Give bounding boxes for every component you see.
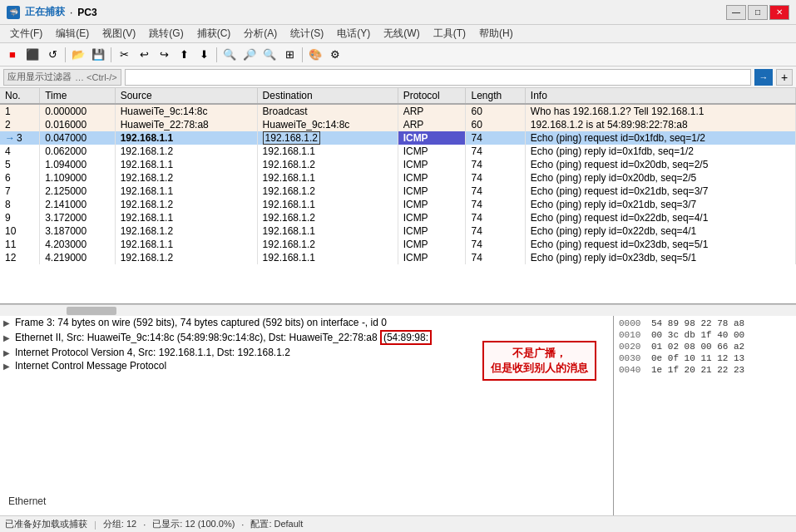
- minimize-button[interactable]: —: [726, 5, 746, 20]
- expand-icon-frame: ▶: [3, 318, 12, 328]
- menu-phone[interactable]: 电话(Y): [330, 25, 377, 42]
- toolbar-sep-1: [65, 47, 66, 62]
- close-button[interactable]: ✕: [769, 5, 789, 20]
- table-header-row: No. Time Source Destination Protocol Len…: [0, 88, 796, 104]
- filter-label: 应用显示过滤器 … <Ctrl-/>: [3, 69, 121, 86]
- detail-text-frame: Frame 3: 74 bytes on wire (592 bits), 74…: [15, 317, 610, 328]
- table-row[interactable]: 82.141000192.168.1.2192.168.1.1ICMP74Ech…: [0, 198, 796, 211]
- reload-button[interactable]: ↩: [135, 46, 153, 64]
- detail-row-frame[interactable]: ▶ Frame 3: 74 bytes on wire (592 bits), …: [0, 316, 613, 329]
- close-button-tb[interactable]: ✂: [115, 46, 133, 64]
- menu-view[interactable]: 视图(V): [96, 25, 142, 42]
- packet-detail-panel: ▶ Frame 3: 74 bytes on wire (592 bits), …: [0, 316, 613, 515]
- hex-bytes: 00 3c db 1f 40 00: [651, 330, 791, 340]
- ethernet-label: Ethernet: [8, 495, 46, 507]
- table-row[interactable]: 93.172000192.168.1.1192.168.1.2ICMP74Ech…: [0, 211, 796, 224]
- menu-file[interactable]: 文件(F): [3, 25, 49, 42]
- hex-bytes: 01 02 08 00 66 a2: [651, 342, 791, 352]
- zoom-out-button[interactable]: 🔍: [260, 46, 279, 64]
- menu-jump[interactable]: 跳转(G): [142, 25, 190, 42]
- hscroll-thumb[interactable]: [67, 307, 116, 315]
- table-row[interactable]: 114.203000192.168.1.1192.168.1.2ICMP74Ec…: [0, 238, 796, 251]
- hex-offset: 0020: [619, 342, 648, 352]
- toolbar: ■ ⬛ ↺ 📂 💾 ✂ ↩ ↪ ⬆ ⬇ 🔍 🔎 🔍 ⊞ 🎨 ⚙: [0, 43, 796, 66]
- zoom-in-button[interactable]: 🔎: [240, 46, 259, 64]
- title-dash: ·: [70, 7, 72, 18]
- open-file-button[interactable]: 📂: [69, 46, 87, 64]
- colorize-button[interactable]: 🎨: [306, 46, 324, 64]
- hex-view-panel: 000054 89 98 22 78 a8001000 3c db 1f 40 …: [613, 316, 796, 515]
- status-profile: 配置: Default: [250, 518, 303, 530]
- up-button[interactable]: ⬆: [175, 46, 193, 64]
- ethernet-highlight: (54:89:98:: [380, 330, 432, 345]
- filter-bar: 应用显示过滤器 … <Ctrl-/> → +: [0, 66, 796, 88]
- window-title: PC3: [77, 7, 96, 18]
- hex-offset: 0030: [619, 353, 648, 363]
- col-length: Length: [466, 88, 525, 104]
- status-ready: 已准备好加载或捕获: [5, 518, 87, 530]
- hex-row: 00401e 1f 20 21 22 23: [617, 364, 793, 376]
- table-row[interactable]: 20.016000HuaweiTe_22:78:a8HuaweiTe_9c:14…: [0, 118, 796, 131]
- menu-stats[interactable]: 统计(S): [284, 25, 330, 42]
- down-button[interactable]: ⬇: [195, 46, 213, 64]
- table-row[interactable]: 124.219000192.168.1.2192.168.1.1ICMP74Ec…: [0, 251, 796, 264]
- filter-add-button[interactable]: +: [776, 69, 793, 86]
- filter-input[interactable]: [125, 69, 751, 86]
- stop-capture-button[interactable]: ⬛: [23, 46, 42, 64]
- col-source: Source: [115, 88, 257, 104]
- menu-wireless[interactable]: 无线(W): [377, 25, 426, 42]
- reload2-button[interactable]: ↪: [155, 46, 173, 64]
- restart-capture-button[interactable]: ↺: [43, 46, 62, 64]
- hex-bytes: 0e 0f 10 11 12 13: [651, 353, 791, 363]
- table-row[interactable]: 103.187000192.168.1.2192.168.1.1ICMP74Ec…: [0, 224, 796, 238]
- title-bar: 🦈 正在捕获 · PC3 — □ ✕: [0, 0, 796, 25]
- hex-row: 002001 02 08 00 66 a2: [617, 341, 793, 352]
- table-row[interactable]: 51.094000192.168.1.1192.168.1.2ICMP74Ech…: [0, 158, 796, 171]
- prefs-button[interactable]: ⚙: [326, 46, 344, 64]
- table-row[interactable]: →30.047000192.168.1.1192.168.1.2ICMP74Ec…: [0, 131, 796, 145]
- filter-apply-button[interactable]: →: [754, 69, 773, 86]
- packet-list: No. Time Source Destination Protocol Len…: [0, 88, 796, 304]
- col-info: Info: [525, 88, 795, 104]
- status-groups: 分组: 12: [103, 518, 136, 530]
- expand-icon-icmp: ▶: [3, 362, 12, 371]
- expand-icon-ip: ▶: [3, 348, 12, 357]
- table-row[interactable]: 10.000000HuaweiTe_9c:14:8cBroadcastARP60…: [0, 104, 796, 118]
- hex-row: 00300e 0f 10 11 12 13: [617, 352, 793, 364]
- col-destination: Destination: [257, 88, 398, 104]
- menu-analyze[interactable]: 分析(A): [237, 25, 284, 42]
- hex-offset: 0000: [619, 318, 648, 328]
- toolbar-sep-2: [111, 47, 111, 62]
- menu-bar: 文件(F) 编辑(E) 视图(V) 跳转(G) 捕获(C) 分析(A) 统计(S…: [0, 25, 796, 43]
- save-file-button[interactable]: 💾: [89, 46, 107, 64]
- hex-offset: 0010: [619, 330, 648, 340]
- toolbar-sep-3: [216, 47, 217, 62]
- expand-icon-ethernet: ▶: [3, 333, 12, 342]
- hex-row: 000054 89 98 22 78 a8: [617, 318, 793, 329]
- annotation-box: 不是广播， 但是收到别人的消息: [482, 341, 596, 381]
- maximize-button[interactable]: □: [748, 5, 768, 20]
- packet-table: No. Time Source Destination Protocol Len…: [0, 88, 796, 264]
- app-icon: 🦈: [7, 6, 20, 19]
- hex-bytes: 1e 1f 20 21 22 23: [651, 365, 791, 375]
- zoom-fit-button[interactable]: ⊞: [280, 46, 299, 64]
- status-bar: 已准备好加载或捕获 | 分组: 12 · 已显示: 12 (100.0%) · …: [0, 515, 796, 532]
- table-row[interactable]: 72.125000192.168.1.1192.168.1.2ICMP74Ech…: [0, 185, 796, 198]
- hex-row: 001000 3c db 1f 40 00: [617, 329, 793, 341]
- status-displayed: 已显示: 12 (100.0%): [152, 518, 235, 530]
- hex-offset: 0040: [619, 365, 648, 375]
- table-row[interactable]: 40.062000192.168.1.2192.168.1.1ICMP74Ech…: [0, 145, 796, 158]
- menu-edit[interactable]: 编辑(E): [49, 25, 96, 42]
- menu-capture[interactable]: 捕获(C): [190, 25, 238, 42]
- bottom-area: ▶ Frame 3: 74 bytes on wire (592 bits), …: [0, 316, 796, 515]
- status-dot-1: ·: [143, 520, 146, 530]
- packet-list-hscroll[interactable]: [0, 304, 796, 316]
- menu-help[interactable]: 帮助(H): [472, 25, 520, 42]
- search-button[interactable]: 🔍: [220, 46, 239, 64]
- start-capture-button[interactable]: ■: [3, 46, 22, 64]
- col-no: No.: [0, 88, 40, 104]
- menu-tools[interactable]: 工具(T): [427, 25, 472, 42]
- table-row[interactable]: 61.109000192.168.1.2192.168.1.1ICMP74Ech…: [0, 171, 796, 185]
- status-sep-1: |: [94, 520, 96, 530]
- hex-bytes: 54 89 98 22 78 a8: [651, 318, 791, 328]
